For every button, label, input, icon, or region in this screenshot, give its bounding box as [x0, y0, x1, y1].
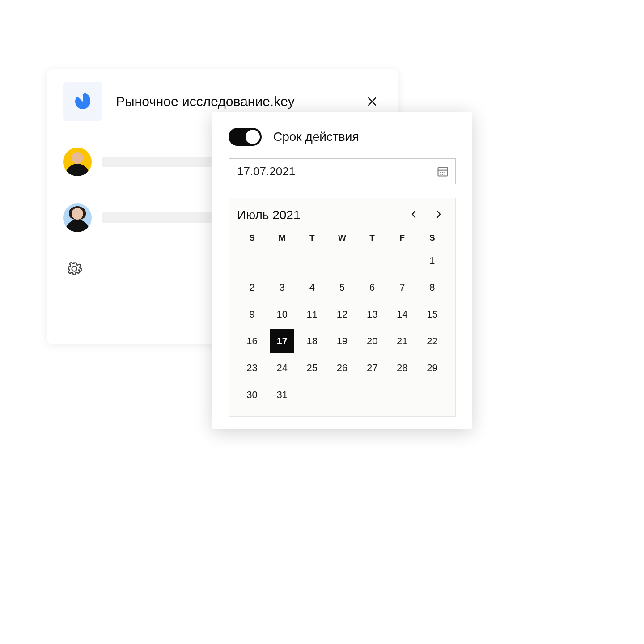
calendar-dow: S	[417, 227, 447, 247]
pie-chart-icon	[73, 92, 92, 111]
calendar-nav	[409, 209, 447, 221]
calendar-dow: T	[297, 227, 327, 247]
calendar-header: Июль 2021	[237, 208, 447, 222]
calendar-next[interactable]	[434, 209, 444, 221]
calendar-dow: M	[267, 227, 297, 247]
date-input[interactable]: 17.07.2021	[229, 158, 456, 184]
calendar-dow: F	[387, 227, 417, 247]
gear-icon	[67, 261, 82, 276]
calendar-dow: T	[357, 227, 387, 247]
svg-point-5	[440, 174, 441, 175]
svg-point-6	[442, 174, 443, 175]
file-type-icon-box	[63, 82, 102, 121]
calendar-day[interactable]: 12	[327, 301, 357, 328]
file-title: Рыночное исследование.key	[116, 94, 362, 109]
calendar-day[interactable]: 1	[417, 247, 447, 274]
avatar	[63, 203, 92, 232]
calendar-day[interactable]: 3	[267, 274, 297, 301]
calendar-day[interactable]: 8	[417, 274, 447, 301]
calendar-day[interactable]: 20	[357, 328, 387, 355]
calendar-icon	[436, 165, 449, 178]
date-input-value: 17.07.2021	[237, 165, 295, 178]
calendar-day-empty	[267, 247, 297, 274]
calendar-day[interactable]: 30	[237, 381, 267, 408]
calendar-day[interactable]: 21	[387, 328, 417, 355]
calendar-day[interactable]: 28	[387, 355, 417, 381]
calendar-dow: S	[237, 227, 267, 247]
calendar-prev[interactable]	[409, 209, 419, 221]
expiry-toggle-row: Срок действия	[229, 128, 456, 146]
svg-point-4	[445, 172, 445, 173]
calendar-day[interactable]: 16	[237, 328, 267, 355]
close-button[interactable]	[362, 92, 382, 111]
calendar-day[interactable]: 15	[417, 301, 447, 328]
calendar-day[interactable]: 22	[417, 328, 447, 355]
chevron-right-icon	[436, 210, 442, 219]
calendar-day[interactable]: 24	[267, 355, 297, 381]
calendar-day-empty	[297, 247, 327, 274]
calendar-day[interactable]: 14	[387, 301, 417, 328]
calendar-day[interactable]: 23	[237, 355, 267, 381]
calendar-day[interactable]: 29	[417, 355, 447, 381]
calendar-day[interactable]: 18	[297, 328, 327, 355]
calendar-day[interactable]: 25	[297, 355, 327, 381]
calendar: Июль 2021 SMTWTFS12345678910111213141516…	[229, 198, 456, 417]
calendar-day[interactable]: 26	[327, 355, 357, 381]
calendar-day-empty	[357, 247, 387, 274]
calendar-day[interactable]: 10	[267, 301, 297, 328]
expiry-toggle[interactable]	[229, 128, 262, 146]
calendar-dow: W	[327, 227, 357, 247]
calendar-day[interactable]: 4	[297, 274, 327, 301]
close-icon	[367, 96, 377, 107]
avatar	[63, 148, 92, 176]
calendar-day-empty	[327, 247, 357, 274]
calendar-month-label: Июль 2021	[237, 208, 301, 222]
calendar-day-empty	[237, 247, 267, 274]
svg-point-7	[445, 174, 445, 175]
calendar-day[interactable]: 5	[327, 274, 357, 301]
calendar-grid: SMTWTFS123456789101112131415161718192021…	[237, 227, 447, 408]
calendar-day[interactable]: 13	[357, 301, 387, 328]
calendar-day[interactable]: 2	[237, 274, 267, 301]
svg-point-2	[440, 172, 441, 173]
calendar-day[interactable]: 9	[237, 301, 267, 328]
chevron-left-icon	[411, 210, 417, 219]
calendar-day[interactable]: 11	[297, 301, 327, 328]
expiry-label: Срок действия	[273, 130, 359, 144]
calendar-day[interactable]: 17	[270, 329, 294, 353]
calendar-day[interactable]: 7	[387, 274, 417, 301]
expiry-panel: Срок действия 17.07.2021 Июль 2021 SMTWT…	[212, 112, 472, 429]
toggle-knob	[246, 130, 260, 144]
calendar-day[interactable]: 27	[357, 355, 387, 381]
calendar-day[interactable]: 31	[267, 381, 297, 408]
svg-point-3	[442, 172, 443, 173]
calendar-day-empty	[387, 247, 417, 274]
calendar-day[interactable]: 19	[327, 328, 357, 355]
calendar-day[interactable]: 6	[357, 274, 387, 301]
